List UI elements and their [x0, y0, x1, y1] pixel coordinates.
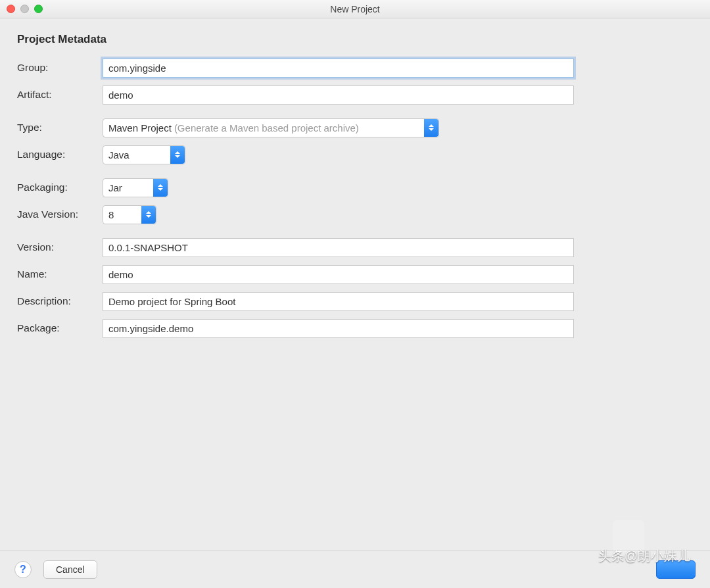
footer: ? Cancel: [0, 550, 710, 588]
chevron-up-down-icon: [170, 146, 185, 164]
traffic-lights: [7, 5, 43, 13]
group-row: Group:: [17, 58, 693, 78]
minimize-window-button[interactable]: [20, 5, 29, 13]
language-label: Language:: [17, 149, 103, 160]
type-select[interactable]: Maven Project (Generate a Maven based pr…: [103, 118, 439, 137]
type-row: Type: Maven Project (Generate a Maven ba…: [17, 118, 693, 137]
help-button[interactable]: ?: [14, 561, 32, 578]
version-input[interactable]: [103, 238, 574, 257]
maximize-window-button[interactable]: [34, 5, 43, 13]
description-input[interactable]: [103, 292, 574, 311]
package-input[interactable]: [103, 319, 574, 338]
name-label: Name:: [17, 268, 103, 280]
artifact-row: Artifact:: [17, 85, 693, 105]
watermark-logo: [613, 520, 644, 552]
name-row: Name:: [17, 264, 693, 284]
package-row: Package:: [17, 318, 693, 338]
packaging-select[interactable]: Jar: [103, 178, 168, 197]
next-button[interactable]: [656, 560, 696, 579]
java-version-select[interactable]: 8: [103, 205, 156, 224]
type-label: Type:: [17, 122, 103, 134]
close-window-button[interactable]: [7, 5, 15, 13]
footer-right: [656, 560, 696, 579]
packaging-label: Packaging:: [17, 182, 103, 193]
package-label: Package:: [17, 322, 103, 334]
type-select-hint: (Generate a Maven based project archive): [174, 122, 359, 134]
artifact-input[interactable]: [103, 86, 574, 105]
java-version-label: Java Version:: [17, 208, 103, 220]
chevron-up-down-icon: [153, 179, 168, 197]
description-label: Description:: [17, 295, 103, 307]
language-select-value: Java: [108, 149, 130, 160]
language-row: Language: Java: [17, 145, 693, 164]
language-select[interactable]: Java: [103, 145, 185, 164]
packaging-select-value: Jar: [108, 182, 122, 193]
section-title: Project Metadata: [17, 33, 693, 46]
java-version-select-value: 8: [108, 209, 114, 220]
chevron-up-down-icon: [424, 119, 438, 137]
artifact-label: Artifact:: [17, 89, 103, 101]
name-input[interactable]: [103, 265, 574, 284]
version-label: Version:: [17, 241, 103, 253]
window-title: New Project: [330, 4, 379, 14]
group-input[interactable]: [103, 59, 574, 78]
titlebar: New Project: [0, 0, 710, 18]
java-version-row: Java Version: 8: [17, 205, 693, 224]
chevron-up-down-icon: [141, 206, 156, 224]
content-area: Project Metadata Group: Artifact: Type: …: [0, 18, 710, 360]
description-row: Description:: [17, 291, 693, 311]
version-row: Version:: [17, 237, 693, 257]
type-select-value: Maven Project: [108, 122, 172, 134]
cancel-button[interactable]: Cancel: [43, 560, 97, 579]
group-label: Group:: [17, 62, 103, 74]
packaging-row: Packaging: Jar: [17, 178, 693, 197]
